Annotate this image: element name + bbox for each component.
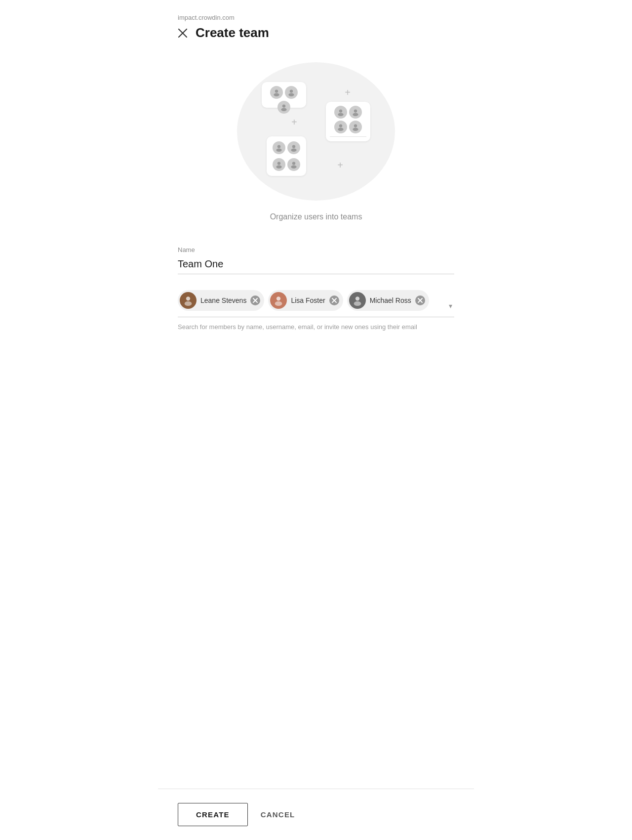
svg-point-28	[276, 296, 280, 300]
avatar-lisa	[270, 292, 287, 309]
member-name-michael: Michael Ross	[370, 296, 411, 304]
members-tags: Leane Stevens	[178, 290, 454, 311]
svg-point-5	[288, 93, 294, 96]
avatar-michael	[349, 292, 366, 309]
svg-point-20	[339, 124, 342, 127]
member-tag-michael: Michael Ross	[347, 290, 429, 311]
domain-label: impact.crowdin.com	[178, 0, 454, 21]
avatar-leane	[180, 292, 197, 309]
svg-point-14	[292, 162, 295, 165]
close-button[interactable]	[178, 28, 188, 38]
svg-point-13	[276, 166, 281, 168]
svg-point-4	[290, 89, 293, 92]
svg-point-10	[292, 145, 295, 148]
svg-point-11	[291, 149, 296, 152]
illus-group-bottom-left	[267, 136, 306, 176]
illus-group-top-left	[262, 82, 306, 108]
name-field-group: Name	[178, 246, 454, 274]
svg-point-15	[291, 166, 296, 168]
svg-point-25	[185, 301, 192, 306]
form-section: Name Leane St	[178, 236, 454, 331]
illus-plus-top-right: +	[345, 87, 351, 98]
svg-point-18	[354, 109, 357, 112]
svg-point-23	[353, 128, 358, 131]
svg-point-21	[338, 128, 343, 131]
name-label: Name	[178, 246, 454, 253]
illus-plus-middle-left: +	[291, 117, 297, 128]
svg-point-17	[338, 113, 343, 116]
illustration-area: + + + Organize users into teams	[178, 52, 454, 236]
illustration-circle: + + +	[237, 62, 395, 201]
members-hint: Search for members by name, username, em…	[178, 323, 454, 331]
page-title: Create team	[196, 25, 269, 41]
svg-point-22	[354, 124, 357, 127]
svg-point-32	[356, 296, 359, 300]
illus-group-right	[326, 102, 370, 141]
illus-plus-bottom-right: +	[337, 160, 343, 171]
member-name-leane: Leane Stevens	[200, 296, 246, 304]
member-name-lisa: Lisa Foster	[291, 296, 325, 304]
svg-point-9	[276, 149, 281, 152]
svg-point-19	[353, 113, 358, 116]
remove-michael-button[interactable]	[415, 295, 425, 305]
svg-point-12	[277, 162, 280, 165]
dropdown-arrow-icon: ▾	[449, 302, 452, 310]
name-input[interactable]	[178, 256, 454, 274]
svg-point-29	[275, 301, 282, 306]
remove-lisa-button[interactable]	[329, 295, 339, 305]
footer: CREATE CANCEL	[158, 789, 474, 840]
member-tag-lisa: Lisa Foster	[268, 290, 343, 311]
illustration-label: Organize users into teams	[270, 212, 362, 221]
remove-leane-button[interactable]	[250, 295, 260, 305]
members-field: Leane Stevens	[178, 290, 454, 317]
create-button[interactable]: CREATE	[178, 803, 248, 826]
svg-point-6	[282, 104, 285, 107]
member-tag-leane: Leane Stevens	[178, 290, 264, 311]
svg-point-2	[275, 89, 278, 92]
svg-point-33	[354, 301, 361, 306]
svg-point-7	[281, 108, 286, 111]
page-header: Create team	[178, 21, 454, 52]
svg-point-16	[339, 109, 342, 112]
members-section: Leane Stevens	[178, 290, 454, 331]
svg-point-8	[277, 145, 280, 148]
svg-point-24	[186, 296, 190, 300]
svg-point-3	[274, 93, 279, 96]
cancel-button[interactable]: CANCEL	[256, 803, 300, 826]
